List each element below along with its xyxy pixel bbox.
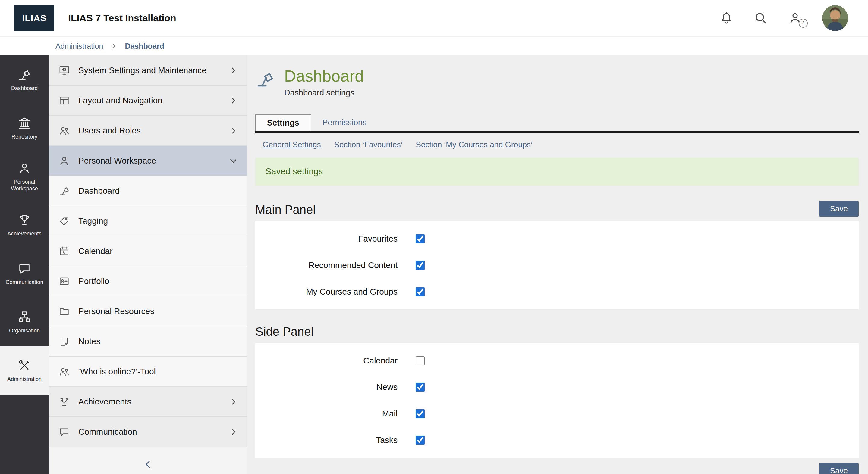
my-courses-groups-checkbox[interactable] (415, 287, 425, 296)
tag-icon (59, 215, 70, 227)
ilias-logo[interactable]: ILIAS (14, 5, 54, 31)
sidebar-item-label: Layout and Navigation (79, 96, 162, 105)
my-courses-groups-label: My Courses and Groups (255, 287, 398, 297)
save-button-bottom[interactable]: Save (819, 463, 859, 474)
calendar-checkbox[interactable] (415, 356, 425, 365)
recommended-content-checkbox[interactable] (415, 261, 425, 270)
mainbar-item-dashboard[interactable]: Dashboard (0, 56, 49, 104)
favourites-checkbox[interactable] (415, 234, 425, 243)
bottom-save-row: Save (255, 463, 859, 474)
sidebar-item-personal-workspace[interactable]: Personal Workspace (49, 146, 247, 176)
calendar-icon (59, 245, 70, 257)
desk-lamp-icon (59, 185, 70, 197)
gear-screen-icon (59, 65, 70, 76)
chevron-down-icon (229, 156, 238, 165)
sidebar-item-label: Achievements (79, 397, 131, 407)
users-group-icon (59, 125, 70, 136)
sidebar-item-label: Notes (79, 337, 100, 346)
mainbar-label: Administration (7, 376, 41, 383)
chevron-right-icon (229, 397, 238, 406)
section-title-side-panel: Side Panel (255, 325, 313, 338)
recommended-content-label: Recommended Content (255, 261, 398, 270)
chevron-right-icon (229, 427, 238, 436)
form-row-my-courses-groups: My Courses and Groups (255, 278, 859, 305)
sidebar-item-achievements[interactable]: Achievements (49, 387, 247, 417)
form-row-favourites: Favourites (255, 226, 859, 252)
layout-icon (59, 95, 70, 106)
sidebar-item-layout-navigation[interactable]: Layout and Navigation (49, 86, 247, 116)
sidebar-item-communication[interactable]: Communication (49, 417, 247, 447)
awareness-count-badge: 4 (799, 19, 808, 28)
mainbar-label: Communication (5, 279, 43, 286)
installation-title: ILIAS 7 Test Installation (68, 13, 176, 24)
admin-side-panel: System Settings and Maintenance Layout a… (49, 56, 247, 474)
chevron-left-icon (143, 459, 153, 470)
subtab-general-settings[interactable]: General Settings (262, 140, 321, 149)
crossed-tools-icon (18, 359, 31, 373)
tab-bar: Settings Permissions (255, 114, 859, 133)
tab-permissions[interactable]: Permissions (311, 114, 378, 131)
sidebar-item-calendar[interactable]: Calendar (49, 236, 247, 266)
org-chart-icon (18, 310, 31, 324)
top-actions: 4 (719, 5, 868, 31)
awareness-widget[interactable]: 4 (788, 11, 802, 25)
bell-icon[interactable] (719, 11, 734, 25)
sidebar-item-notes[interactable]: Notes (49, 327, 247, 357)
main-content: Dashboard Dashboard settings Settings Pe… (247, 56, 868, 474)
note-icon (59, 336, 70, 347)
chevron-right-icon (229, 126, 238, 135)
mainbar-item-achievements[interactable]: Achievements (0, 201, 49, 249)
form-row-calendar: Calendar (255, 347, 859, 374)
breadcrumb-separator-icon (110, 42, 118, 50)
sidebar-item-system-settings[interactable]: System Settings and Maintenance (49, 56, 247, 86)
chat-bubble-icon (59, 426, 70, 438)
person-icon (59, 155, 70, 167)
success-message: Saved settings (255, 158, 859, 185)
folder-icon (59, 306, 70, 317)
news-checkbox[interactable] (415, 383, 425, 392)
news-label: News (255, 382, 398, 392)
mainbar-item-repository[interactable]: Repository (0, 104, 49, 153)
sidebar-item-label: Personal Workspace (79, 156, 156, 166)
desk-lamp-icon (255, 69, 275, 89)
breadcrumb-dashboard[interactable]: Dashboard (125, 42, 164, 50)
mainbar-item-personal-workspace[interactable]: Personal Workspace (0, 153, 49, 201)
breadcrumb-administration[interactable]: Administration (56, 42, 103, 50)
sidebar-item-tagging[interactable]: Tagging (49, 206, 247, 236)
mainbar-label: Dashboard (11, 85, 38, 92)
save-button-top[interactable]: Save (819, 201, 859, 216)
mainbar-item-organisation[interactable]: Organisation (0, 298, 49, 346)
sidebar-item-label: Tagging (79, 216, 108, 226)
mainbar-item-administration[interactable]: Administration (0, 346, 49, 395)
sidebar-item-label: Personal Resources (79, 307, 154, 316)
chevron-right-icon (229, 96, 238, 105)
avatar-image (822, 5, 848, 31)
top-bar: ILIAS ILIAS 7 Test Installation 4 (0, 0, 868, 36)
collapse-panel-button[interactable] (49, 459, 247, 470)
sidebar-item-label: Dashboard (79, 186, 120, 196)
sidebar-item-label: Users and Roles (79, 126, 141, 136)
sidebar-item-users-roles[interactable]: Users and Roles (49, 116, 247, 146)
two-people-icon (59, 366, 70, 377)
sidebar-item-portfolio[interactable]: Portfolio (49, 266, 247, 296)
section-header-side-panel: Side Panel (255, 325, 859, 338)
sidebar-item-label: System Settings and Maintenance (79, 66, 207, 75)
user-avatar[interactable] (822, 5, 848, 31)
mainbar-item-communication[interactable]: Communication (0, 249, 49, 298)
search-icon[interactable] (753, 11, 768, 25)
mail-checkbox[interactable] (415, 409, 425, 418)
sidebar-item-personal-resources[interactable]: Personal Resources (49, 296, 247, 327)
subtab-bar: General Settings Section ‘Favourites’ Se… (255, 140, 859, 149)
tab-settings[interactable]: Settings (255, 114, 311, 131)
main-rail: Dashboard Repository Personal Workspace … (0, 56, 49, 474)
breadcrumb: Administration Dashboard (0, 37, 868, 56)
person-icon (18, 161, 31, 175)
id-card-icon (59, 276, 70, 287)
tasks-checkbox[interactable] (415, 436, 425, 445)
subtab-section-my-courses[interactable]: Section ‘My Courses and Groups’ (416, 140, 532, 149)
subtab-section-favourites[interactable]: Section ‘Favourites’ (334, 140, 403, 149)
sidebar-item-who-is-online[interactable]: ‘Who is online?’-Tool (49, 357, 247, 387)
sidebar-item-dashboard[interactable]: Dashboard (49, 176, 247, 206)
repository-bank-icon (18, 116, 31, 130)
page-header: Dashboard Dashboard settings (255, 67, 859, 98)
